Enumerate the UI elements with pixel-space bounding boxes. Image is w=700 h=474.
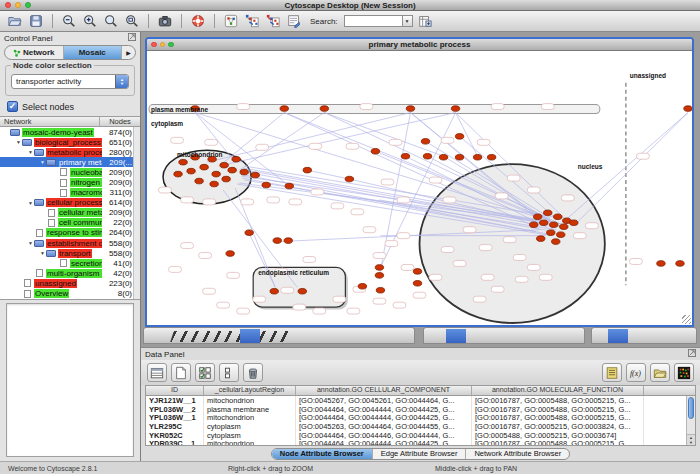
attribute-batch-editor-button[interactable]: [602, 363, 622, 382]
node[interactable]: [232, 156, 240, 162]
function-builder-button[interactable]: f(x): [626, 363, 646, 382]
table-scrollbar[interactable]: ▲▼: [686, 396, 695, 445]
tree-row[interactable]: mosaic-demo-yeast874(0): [0, 127, 140, 137]
table-row[interactable]: YKR052Ccytoplasm[GO:0044464, GO:0044446,…: [146, 431, 695, 440]
node[interactable]: [375, 273, 383, 279]
disclosure-arrow-icon[interactable]: ▼: [27, 149, 34, 155]
node[interactable]: [273, 238, 281, 244]
tree-scrollbar[interactable]: [133, 127, 140, 299]
search-dropdown-arrow-icon[interactable]: ▼: [402, 15, 413, 27]
tab-node-attribute-browser[interactable]: Node Attribute Browser: [272, 449, 373, 459]
save-button[interactable]: [27, 13, 45, 30]
enhanced-search-button[interactable]: [416, 13, 434, 30]
table-row[interactable]: YJR121W__1mitochondrion[GO:0045267, GO:0…: [146, 396, 695, 405]
column-header[interactable]: annotation.GO CELLULAR_COMPONENT: [296, 386, 472, 395]
table-row[interactable]: YPL036W__1mitochondrion[GO:0044464, GO:0…: [146, 413, 695, 422]
tree-row[interactable]: multi-organism pro42(0): [0, 268, 140, 278]
network-window-titlebar[interactable]: primary metabolic process: [147, 39, 692, 51]
tree-row[interactable]: ▼transport558(0): [0, 248, 140, 258]
node[interactable]: [401, 153, 409, 159]
network-overview-button[interactable]: [222, 13, 240, 30]
tree-row[interactable]: nitrogen compo209(0): [0, 177, 140, 187]
node[interactable]: [200, 164, 208, 170]
node[interactable]: [455, 154, 463, 160]
column-header[interactable]: ID: [146, 386, 204, 395]
column-header[interactable]: annotation.GO MOLECULAR_FUNCTION: [472, 386, 644, 395]
disclosure-arrow-icon[interactable]: ▼: [27, 200, 34, 206]
node[interactable]: [406, 106, 414, 112]
table-row[interactable]: YPL036W__2plasma membrane[GO:0044464, GO…: [146, 405, 695, 414]
node[interactable]: [550, 222, 558, 228]
tree-row[interactable]: ▼metabolic process280(0): [0, 147, 140, 157]
search-input[interactable]: [344, 15, 402, 27]
node[interactable]: [684, 106, 692, 112]
column-header[interactable]: _cellularLayoutRegion: [204, 386, 296, 395]
tree-row[interactable]: ▼primary metabo209(...: [0, 157, 140, 167]
new-attribute-button[interactable]: [171, 363, 191, 382]
node[interactable]: [303, 167, 311, 173]
new-network-from-selected-nodes-button[interactable]: [243, 13, 261, 30]
node[interactable]: [676, 261, 684, 267]
node[interactable]: [540, 220, 548, 226]
open-file-button[interactable]: [6, 13, 24, 30]
tree-row[interactable]: unassigned223(0): [0, 278, 140, 288]
node[interactable]: [195, 178, 203, 184]
node[interactable]: [212, 171, 220, 177]
tab-network[interactable]: Network: [5, 46, 64, 59]
background-window-2[interactable]: [423, 327, 585, 344]
network-graph[interactable]: plasma membranecytoplasmmitochondrionnuc…: [147, 51, 692, 325]
node[interactable]: [371, 148, 379, 154]
node[interactable]: [473, 154, 481, 160]
node[interactable]: [251, 172, 259, 178]
node[interactable]: [544, 210, 552, 216]
heatmap-view-button[interactable]: [674, 363, 694, 382]
node[interactable]: [345, 176, 353, 182]
node[interactable]: [413, 281, 421, 287]
tree-row[interactable]: nucleobase-209(0): [0, 167, 140, 177]
import-attributes-button[interactable]: [650, 363, 670, 382]
node[interactable]: [552, 239, 560, 245]
node[interactable]: [245, 230, 253, 236]
disclosure-arrow-icon[interactable]: ▼: [27, 240, 34, 246]
more-tabs-arrow-icon[interactable]: ▶: [122, 46, 135, 59]
delete-attribute-button[interactable]: [243, 363, 263, 382]
tree-row[interactable]: secretion41(0): [0, 258, 140, 268]
table-row[interactable]: YDR039C__1mitochondrion[GO:0044464, GO:0…: [146, 439, 695, 445]
node[interactable]: [537, 236, 545, 242]
node[interactable]: [530, 222, 538, 228]
node[interactable]: [270, 288, 278, 294]
tree-row[interactable]: cellular metabo209(0): [0, 208, 140, 218]
node[interactable]: [455, 134, 463, 140]
node-color-combobox[interactable]: transporter activity ▲▼: [11, 74, 129, 89]
advanced-search-button[interactable]: [285, 13, 303, 30]
tree-row[interactable]: ▼biological_process651(0): [0, 137, 140, 147]
node[interactable]: [413, 269, 421, 275]
network-view-window[interactable]: primary metabolic process plasma membran…: [145, 37, 694, 327]
node[interactable]: [487, 154, 495, 160]
node[interactable]: [376, 287, 384, 293]
node[interactable]: [570, 220, 578, 226]
disclosure-arrow-icon[interactable]: ▼: [39, 250, 46, 256]
window-titlebar[interactable]: Cytoscape Desktop (New Session): [0, 0, 700, 11]
zoom-out-button[interactable]: [60, 13, 78, 30]
node[interactable]: [226, 251, 234, 257]
float-panel-icon[interactable]: [128, 33, 136, 43]
node[interactable]: [320, 106, 328, 112]
node[interactable]: [210, 181, 218, 187]
node[interactable]: [179, 159, 187, 165]
node[interactable]: [358, 284, 366, 290]
disclosure-arrow-icon[interactable]: ▼: [39, 159, 46, 165]
background-window-3[interactable]: [591, 327, 697, 344]
select-nodes-checkbox[interactable]: ✓: [7, 101, 18, 112]
scrollbar-arrows[interactable]: ▲▼: [687, 434, 695, 445]
show-all-columns-button[interactable]: [147, 363, 167, 382]
node[interactable]: [174, 171, 182, 177]
tab-edge-attribute-browser[interactable]: Edge Attribute Browser: [373, 449, 467, 459]
node[interactable]: [657, 261, 665, 267]
node[interactable]: [534, 214, 542, 220]
network-canvas[interactable]: plasma membranecytoplasmmitochondrionnuc…: [147, 51, 692, 325]
tree-column-network[interactable]: Network: [0, 117, 100, 126]
node[interactable]: [375, 265, 383, 271]
disclosure-arrow-icon[interactable]: ▼: [15, 139, 22, 145]
tree-column-nodes[interactable]: Nodes: [100, 117, 140, 126]
